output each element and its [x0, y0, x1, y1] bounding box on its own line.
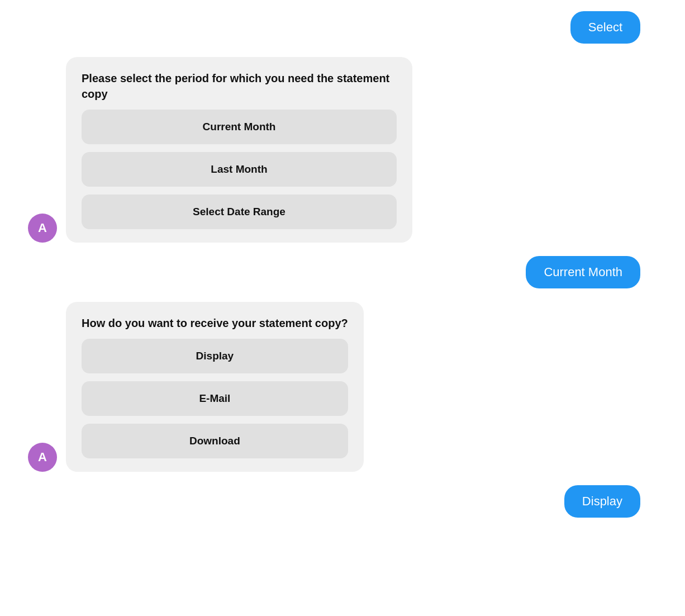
bot-avatar-period: A — [28, 214, 57, 243]
user-message-display: Display — [22, 485, 663, 518]
display-option[interactable]: Display — [82, 339, 348, 373]
download-option[interactable]: Download — [82, 424, 348, 458]
receive-selection-card: How do you want to receive your statemen… — [66, 302, 364, 472]
bot-avatar-receive: A — [28, 443, 57, 472]
chat-container: Select A Please select the period for wh… — [0, 0, 685, 529]
bot-message-receive: A How do you want to receive your statem… — [22, 302, 663, 472]
user-message-current-month: Current Month — [22, 256, 663, 288]
bot-message-period: A Please select the period for which you… — [22, 57, 663, 243]
display-bubble: Display — [564, 485, 640, 518]
current-month-bubble: Current Month — [526, 256, 640, 288]
last-month-option[interactable]: Last Month — [82, 152, 397, 187]
select-date-range-option[interactable]: Select Date Range — [82, 195, 397, 229]
email-option[interactable]: E-Mail — [82, 381, 348, 416]
period-selection-card: Please select the period for which you n… — [66, 57, 412, 243]
current-month-option[interactable]: Current Month — [82, 110, 397, 144]
period-card-title: Please select the period for which you n… — [82, 70, 397, 102]
user-message-select: Select — [22, 11, 663, 44]
select-bubble: Select — [570, 11, 640, 44]
receive-card-title: How do you want to receive your statemen… — [82, 315, 348, 331]
